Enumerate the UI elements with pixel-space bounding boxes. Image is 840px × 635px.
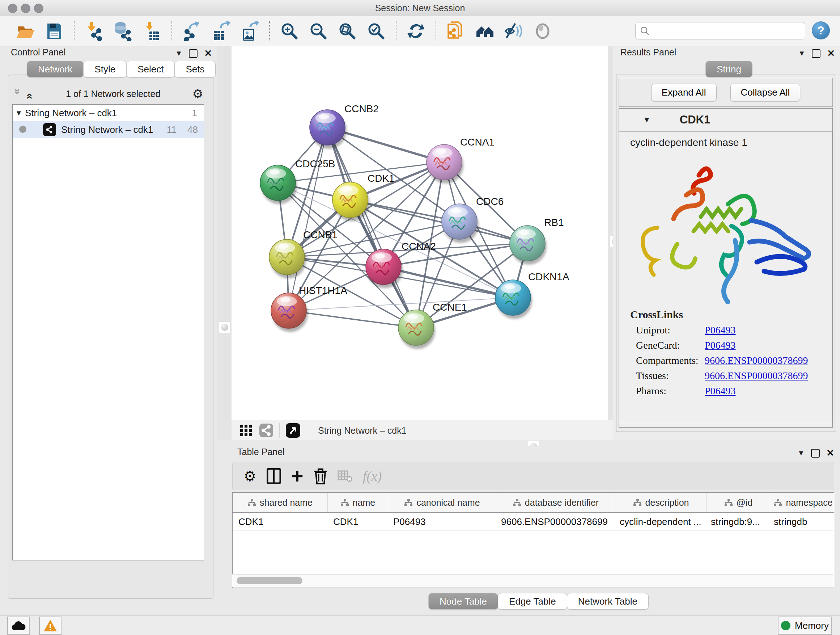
- network-node-RB1[interactable]: RB1: [510, 217, 564, 264]
- table-cell[interactable]: stringdb:9...: [705, 513, 768, 530]
- import-network-file-icon[interactable]: [84, 21, 104, 41]
- left-splitter-handle[interactable]: [219, 321, 231, 333]
- birds-eye-view-icon[interactable]: [286, 423, 301, 438]
- table-row[interactable]: CDK1CDK1P064939606.ENSP00000378699cyclin…: [233, 513, 834, 531]
- network-node-HIST1H1A[interactable]: HIST1H1A: [271, 285, 347, 332]
- column-header-canonical-name[interactable]: canonical name: [388, 493, 496, 512]
- table-horizontal-scrollbar[interactable]: [232, 574, 833, 587]
- tab-select[interactable]: Select: [126, 61, 175, 78]
- panel-float-icon[interactable]: [812, 49, 821, 58]
- panel-float-icon[interactable]: [189, 49, 197, 58]
- create-column-icon[interactable]: +: [291, 469, 303, 483]
- network-edge-CCNB2-HIST1H1A[interactable]: [289, 127, 327, 310]
- scrollbar-thumb[interactable]: [237, 577, 302, 584]
- collapse-all-networks-icon[interactable]: »: [11, 88, 24, 99]
- network-node-CCNB2[interactable]: CCNB2: [309, 103, 379, 149]
- panel-close-icon[interactable]: ✕: [827, 48, 835, 59]
- collapse-all-button[interactable]: Collapse All: [730, 84, 801, 101]
- tab-sets[interactable]: Sets: [174, 61, 216, 78]
- network-collection-row[interactable]: ▼ String Network – cdk1 1: [13, 105, 204, 121]
- import-table-file-icon[interactable]: [142, 21, 162, 41]
- table-cell[interactable]: 9606.ENSP00000378699: [495, 513, 614, 530]
- tree-expander-icon[interactable]: ▼: [13, 109, 25, 117]
- crosslink-link[interactable]: 9606.ENSP00000378699: [705, 355, 808, 366]
- network-node-CDKN1A[interactable]: CDKN1A: [495, 271, 569, 319]
- network-current-dot[interactable]: [19, 126, 27, 133]
- column-header-namespace[interactable]: namespace: [770, 493, 834, 512]
- tab-string[interactable]: String: [706, 61, 752, 78]
- zoom-selected-icon[interactable]: [366, 21, 386, 41]
- crosslink-row: Tissues:9606.ENSP00000378699: [636, 370, 832, 382]
- table-cell[interactable]: cyclin-dependent ...: [614, 513, 705, 530]
- tab-network[interactable]: Network: [27, 61, 84, 78]
- crosslink-link[interactable]: P06493: [705, 325, 736, 336]
- export-image-icon[interactable]: [240, 21, 260, 41]
- zoom-out-icon[interactable]: [308, 21, 328, 41]
- memory-button[interactable]: Memory: [778, 616, 832, 635]
- expand-all-button[interactable]: Expand All: [651, 84, 717, 101]
- network-node-CDK1[interactable]: CDK1: [332, 173, 395, 221]
- show-columns-icon[interactable]: [267, 468, 281, 484]
- table-cell[interactable]: P06493: [387, 513, 495, 530]
- node-label-HIST1H1A: HIST1H1A: [299, 285, 347, 296]
- tab-style[interactable]: Style: [83, 61, 126, 78]
- zoom-fit-icon[interactable]: [337, 21, 357, 41]
- panel-close-icon[interactable]: ✕: [826, 448, 834, 459]
- column-header-shared-name[interactable]: shared name: [233, 493, 328, 512]
- refresh-icon[interactable]: [406, 21, 426, 41]
- tab-edge-table[interactable]: Edge Table: [498, 593, 567, 610]
- string-network-graph[interactable]: CCNB2CCNA1CDC25BCDK1CDC6RB1CCNB1CCNA2CDK…: [232, 46, 608, 420]
- search-input[interactable]: [649, 25, 805, 36]
- network-node-CDC25B[interactable]: CDC25B: [260, 158, 335, 204]
- panel-float-icon[interactable]: [811, 449, 820, 458]
- export-network-icon[interactable]: [182, 21, 202, 41]
- network-canvas[interactable]: CCNB2CCNA1CDC25BCDK1CDC6RB1CCNB1CCNA2CDK…: [232, 46, 608, 420]
- hide-graphics-icon[interactable]: [504, 21, 524, 41]
- crosslink-link[interactable]: 9606.ENSP00000378699: [705, 370, 808, 382]
- save-session-icon[interactable]: [44, 21, 65, 41]
- network-row[interactable]: String Network – cdk1 11 48: [13, 121, 204, 138]
- grid-view-icon[interactable]: [240, 424, 253, 437]
- column-header--id[interactable]: @id: [707, 493, 770, 512]
- table-cell[interactable]: CDK1: [233, 513, 327, 530]
- import-network-database-icon[interactable]: [113, 21, 133, 41]
- tab-node-table[interactable]: Node Table: [428, 593, 498, 610]
- panel-menu-icon[interactable]: ▼: [798, 49, 805, 57]
- panel-menu-icon[interactable]: ▼: [797, 449, 805, 457]
- homes-icon[interactable]: [475, 21, 495, 41]
- column-header-name[interactable]: name: [328, 493, 388, 512]
- table-header-row: shared namenamecanonical namedatabase id…: [233, 493, 834, 513]
- panel-menu-icon[interactable]: ▼: [175, 49, 182, 57]
- crosslink-link[interactable]: P06493: [705, 385, 736, 397]
- network-node-CCNA1[interactable]: CCNA1: [426, 136, 494, 184]
- open-session-icon[interactable]: [15, 21, 35, 41]
- column-header-database-identifier[interactable]: database identifier: [496, 493, 615, 512]
- cytoscape-window: Session: New Session: [0, 0, 840, 635]
- crosslink-link[interactable]: P06493: [705, 340, 736, 351]
- delete-column-icon[interactable]: [314, 468, 327, 485]
- panel-close-icon[interactable]: ✕: [204, 48, 212, 59]
- node-label-CCNB2: CCNB2: [344, 103, 379, 114]
- table-cell[interactable]: stringdb: [768, 513, 834, 530]
- share-network-file-icon[interactable]: [446, 21, 466, 41]
- zoom-in-icon[interactable]: [279, 21, 300, 41]
- left-splitter[interactable]: [217, 46, 232, 440]
- cloud-status-button[interactable]: [7, 616, 30, 635]
- tab-network-table[interactable]: Network Table: [567, 593, 649, 610]
- column-header-description[interactable]: description: [615, 493, 707, 512]
- table-cell[interactable]: CDK1: [327, 513, 387, 530]
- memory-label: Memory: [795, 620, 829, 631]
- share-view-icon[interactable]: [259, 423, 273, 438]
- network-node-CCNB1[interactable]: CCNB1: [269, 229, 338, 279]
- network-edge-CCNA2-CDKN1A[interactable]: [384, 267, 513, 298]
- network-options-gear-icon[interactable]: ⚙: [193, 87, 203, 101]
- table-options-gear-icon[interactable]: ⚙: [243, 468, 256, 485]
- expand-all-networks-icon[interactable]: »: [22, 88, 35, 99]
- export-table-icon[interactable]: [210, 21, 231, 41]
- network-edge-CCNB2-CCNE1[interactable]: [327, 127, 416, 328]
- show-graphics-icon[interactable]: [532, 21, 553, 41]
- help-button[interactable]: ?: [812, 21, 830, 40]
- network-node-CCNE1[interactable]: CCNE1: [398, 302, 467, 349]
- collapse-protein-icon[interactable]: ▼: [643, 115, 651, 125]
- warnings-button[interactable]: [39, 616, 62, 635]
